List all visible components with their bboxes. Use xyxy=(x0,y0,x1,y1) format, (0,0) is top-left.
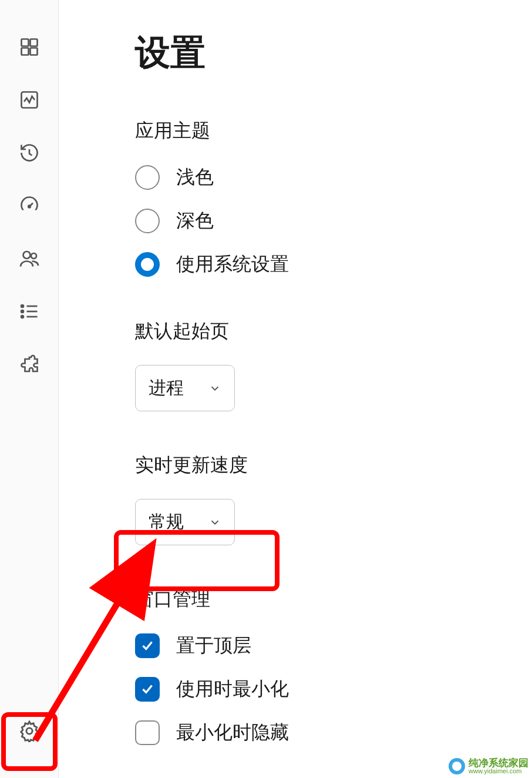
watermark: 纯净系统家园 www.yidaimei.com xyxy=(449,758,528,774)
checkbox-label: 最小化时隐藏 xyxy=(176,720,289,746)
page-title: 设置 xyxy=(135,29,532,77)
sidebar-item-users[interactable] xyxy=(12,241,47,276)
svg-point-9 xyxy=(21,310,23,313)
sidebar-item-services[interactable] xyxy=(12,347,47,382)
window-section: 窗口管理 置于顶层 使用时最小化 最小化时隐藏 xyxy=(135,586,532,746)
sidebar-item-details[interactable] xyxy=(12,294,47,329)
users-icon xyxy=(19,248,40,269)
chevron-down-icon xyxy=(208,516,221,529)
window-title: 窗口管理 xyxy=(135,586,532,612)
gear-icon xyxy=(18,720,41,742)
chevron-down-icon xyxy=(208,382,221,395)
radio-label: 深色 xyxy=(176,208,214,234)
radio-label: 使用系统设置 xyxy=(176,251,289,277)
radio-dark[interactable]: 深色 xyxy=(135,208,532,234)
radio-icon-selected xyxy=(135,252,160,277)
watermark-line1: 纯净系统家园 xyxy=(469,758,528,768)
radio-light[interactable]: 浅色 xyxy=(135,165,532,190)
radio-icon xyxy=(135,209,160,233)
startpage-section: 默认起始页 进程 xyxy=(135,318,532,411)
theme-title: 应用主题 xyxy=(135,118,532,144)
checkbox-checked-icon xyxy=(135,677,160,702)
sidebar-item-startup[interactable] xyxy=(12,188,47,223)
checkbox-label: 使用时最小化 xyxy=(176,676,289,702)
updatespeed-section: 实时更新速度 常规 xyxy=(135,452,532,545)
sidebar-item-performance[interactable] xyxy=(12,82,47,118)
svg-point-7 xyxy=(31,253,36,259)
svg-rect-3 xyxy=(30,48,37,55)
svg-point-6 xyxy=(23,251,30,259)
checkbox-checked-icon xyxy=(135,633,160,658)
svg-point-8 xyxy=(21,305,23,307)
svg-point-5 xyxy=(28,206,31,208)
list-icon xyxy=(19,301,40,322)
activity-icon xyxy=(19,89,40,110)
svg-rect-0 xyxy=(21,39,28,46)
svg-rect-2 xyxy=(21,48,28,55)
radio-label: 浅色 xyxy=(176,165,214,190)
svg-point-14 xyxy=(26,728,32,734)
checkbox-ontop[interactable]: 置于顶层 xyxy=(135,633,532,659)
gauge-icon xyxy=(19,195,40,216)
watermark-line2: www.yidaimei.com xyxy=(469,768,528,774)
grid-icon xyxy=(19,36,40,58)
checkbox-label: 置于顶层 xyxy=(176,633,251,659)
checkbox-hideonmin[interactable]: 最小化时隐藏 xyxy=(135,720,532,746)
updatespeed-dropdown[interactable]: 常规 xyxy=(135,499,235,545)
content: 设置 应用主题 浅色 深色 使用系统设置 默认起始页 进程 实时更新速度 常规 … xyxy=(59,0,532,778)
startpage-dropdown[interactable]: 进程 xyxy=(135,365,235,411)
svg-rect-4 xyxy=(21,92,37,108)
theme-section: 应用主题 浅色 深色 使用系统设置 xyxy=(135,118,532,277)
sidebar-item-settings[interactable] xyxy=(12,713,47,749)
dropdown-value: 进程 xyxy=(149,376,184,400)
sidebar-item-dashboard[interactable] xyxy=(12,29,47,65)
history-icon xyxy=(19,142,40,163)
svg-point-10 xyxy=(21,316,23,318)
watermark-logo-icon xyxy=(449,758,465,774)
radio-system[interactable]: 使用系统设置 xyxy=(135,251,532,277)
svg-rect-1 xyxy=(30,39,37,46)
checkbox-minonuse[interactable]: 使用时最小化 xyxy=(135,676,532,702)
startpage-title: 默认起始页 xyxy=(135,318,532,344)
sidebar-item-history[interactable] xyxy=(12,135,47,170)
radio-icon xyxy=(135,165,160,190)
sidebar xyxy=(0,0,59,778)
dropdown-value: 常规 xyxy=(149,510,184,534)
puzzle-icon xyxy=(19,354,40,375)
updatespeed-title: 实时更新速度 xyxy=(135,452,532,478)
checkbox-unchecked-icon xyxy=(135,720,160,745)
